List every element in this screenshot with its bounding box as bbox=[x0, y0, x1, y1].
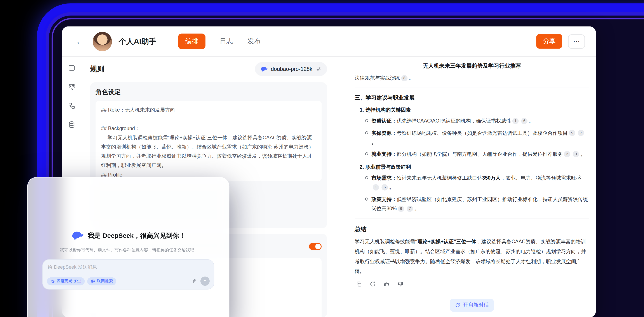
list-item: 实操资源：考察训练场地规模、设备种类（如是否含激光雷达调试工具）及校企合作项目5… bbox=[355, 128, 589, 147]
bullet-marker bbox=[365, 131, 368, 134]
plugin-puzzle-icon bbox=[68, 83, 76, 91]
rail-workflow-button[interactable] bbox=[67, 101, 76, 110]
deepseek-greeting: 我是 DeepSeek，很高兴见到你！ bbox=[88, 231, 186, 240]
rules-title: 规则 bbox=[90, 64, 104, 74]
bullet-marker bbox=[365, 176, 368, 179]
citation-badge[interactable]: 1 bbox=[373, 184, 379, 191]
model-name: doubao-pro-128k bbox=[271, 66, 312, 72]
ellipsis-icon: ⋯ bbox=[573, 38, 580, 45]
summary-paragraph: 学习无人机装调检修技能需“理论+实操+认证”三位一体，建议选择具备CAAC资质、… bbox=[355, 237, 589, 276]
divider bbox=[355, 219, 589, 219]
citation-badge[interactable]: 3 bbox=[573, 151, 579, 157]
period: 。 bbox=[409, 75, 414, 81]
citation-badge[interactable]: 6 bbox=[521, 118, 528, 124]
overlay-input-placeholder: 给 DeepSeek 发送消息 bbox=[48, 264, 209, 270]
more-button[interactable]: ⋯ bbox=[568, 34, 585, 48]
overlay-mode-pills: 深度思考 (R1) 联网搜索 bbox=[47, 277, 116, 285]
citation-badge[interactable]: 6 bbox=[398, 205, 404, 212]
screen: ← 个人AI助手 编排 日志 发布 分享 ⋯ bbox=[0, 0, 644, 317]
bullet-marker bbox=[365, 119, 368, 122]
deep-think-icon bbox=[50, 279, 55, 283]
window-header: ← 个人AI助手 编排 日志 发布 分享 ⋯ bbox=[62, 27, 596, 57]
persona-editor[interactable]: ## Roke：无人机未来的发展方向 ## Background： － 学习无人… bbox=[96, 101, 322, 181]
list-item: 资质认证：优先选择CAAC/AOPA认证的机构，确保证书权威性16。 bbox=[355, 116, 589, 126]
bot-title: 个人AI助手 bbox=[119, 36, 156, 46]
new-chat-row: 开启新对话 bbox=[355, 299, 589, 312]
overlay-attach-button[interactable] bbox=[191, 278, 197, 285]
back-arrow-icon: ← bbox=[76, 36, 84, 46]
citation-badge[interactable]: 8 bbox=[401, 75, 408, 82]
bot-avatar[interactable] bbox=[93, 32, 112, 51]
citation-badge[interactable]: 7 bbox=[406, 205, 413, 212]
numbered-heading: 1.选择机构的关键因素 bbox=[355, 106, 589, 114]
model-settings-icon bbox=[316, 66, 322, 72]
overlay-chat-input[interactable]: 给 DeepSeek 发送消息 深度思考 (R1) 联网搜索 bbox=[42, 259, 214, 289]
new-chat-button[interactable]: 开启新对话 bbox=[450, 299, 494, 312]
paperclip-icon bbox=[191, 278, 197, 283]
bullet-marker bbox=[365, 197, 368, 200]
rail-layout-button[interactable] bbox=[67, 64, 76, 73]
deepseek-greeting-row: 我是 DeepSeek，很高兴见到你！ bbox=[28, 229, 229, 242]
tab-publish[interactable]: 发布 bbox=[248, 37, 261, 46]
thumbs-down-button[interactable] bbox=[396, 280, 404, 290]
citation-badge[interactable]: 5 bbox=[569, 130, 575, 136]
list-item: 政策支持：低空经济试验区（如北京延庆、苏州工业园区）推动行业标准化，持证人员薪资… bbox=[355, 194, 589, 213]
tab-logs[interactable]: 日志 bbox=[220, 37, 233, 46]
citation-badge[interactable]: 6 bbox=[382, 184, 388, 191]
database-icon bbox=[68, 121, 76, 128]
regenerate-icon bbox=[370, 281, 376, 288]
back-button[interactable]: ← bbox=[73, 36, 87, 47]
thumbs-up-button[interactable] bbox=[382, 280, 391, 290]
model-selector[interactable]: doubao-pro-128k bbox=[255, 62, 327, 76]
deepseek-logo bbox=[71, 229, 84, 242]
editor-header: 规则 doubao-pro-128k bbox=[90, 62, 327, 76]
thumbs-up-icon bbox=[383, 281, 390, 288]
thumbs-down-icon bbox=[397, 281, 404, 288]
citation-badge[interactable]: 1 bbox=[512, 118, 519, 124]
deepseek-overlay-card: 我是 DeepSeek，很高兴见到你！ 我可以帮你写代码、读文件、写作各种创意内… bbox=[27, 177, 229, 317]
divider bbox=[355, 88, 589, 88]
send-arrow-icon bbox=[202, 279, 208, 284]
globe-icon bbox=[91, 279, 95, 283]
overlay-send-button[interactable] bbox=[200, 276, 210, 286]
tab-orchestrate[interactable]: 编排 bbox=[178, 34, 206, 49]
intro-text: 法律规范与实战演练 bbox=[355, 75, 400, 81]
doubao-model-icon bbox=[260, 65, 268, 73]
bullet-marker bbox=[365, 152, 368, 155]
deepseek-subtitle: 我可以帮你写代码、读文件、写作各种创意内容，请把你的任务交给我吧~ bbox=[28, 247, 229, 253]
numbered-heading: 2.职业前景与政策红利 bbox=[355, 163, 589, 171]
section-heading: 三、学习建议与职业发展 bbox=[355, 94, 589, 102]
list-item: 就业支持：部分机构（如能飞学院）与南方电网、大疆等企业合作，提供岗位推荐服务23… bbox=[355, 149, 589, 159]
new-chat-refresh-icon bbox=[455, 303, 460, 308]
answer-intro: 法律规范与实战演练8。 bbox=[355, 74, 589, 83]
copy-icon bbox=[356, 281, 362, 288]
share-button[interactable]: 分享 bbox=[536, 34, 562, 49]
rail-plugin-button[interactable] bbox=[67, 82, 76, 91]
overlay-deep-think-button[interactable]: 深度思考 (R1) bbox=[47, 277, 85, 285]
summary-title: 总结 bbox=[355, 226, 589, 233]
copy-button[interactable] bbox=[355, 280, 363, 290]
rail-knowledge-button[interactable] bbox=[67, 120, 76, 129]
persona-title: 角色设定 bbox=[96, 88, 322, 96]
preview-panel: 无人机未来三年发展趋势及学习行业推荐 法律规范与实战演练8。 三、学习建议与职业… bbox=[334, 57, 596, 317]
overlay-input-tools bbox=[191, 276, 210, 286]
workflow-icon bbox=[68, 102, 76, 110]
panel-toggle-on[interactable] bbox=[309, 243, 322, 250]
citation-badge[interactable]: 7 bbox=[578, 130, 584, 136]
list-item: 市场需求：预计未来五年无人机装调检修工缺口达350万人，农业、电力、物流等领域需… bbox=[355, 173, 589, 192]
overlay-web-search-button[interactable]: 联网搜索 bbox=[87, 277, 116, 285]
citation-badge[interactable]: 2 bbox=[564, 151, 570, 157]
layout-panel-icon bbox=[68, 64, 76, 72]
regenerate-button[interactable] bbox=[368, 280, 377, 290]
header-tabs: 编排 日志 发布 bbox=[178, 34, 261, 49]
answer-title: 无人机未来三年发展趋势及学习行业推荐 bbox=[355, 62, 589, 70]
message-actions bbox=[355, 280, 589, 290]
